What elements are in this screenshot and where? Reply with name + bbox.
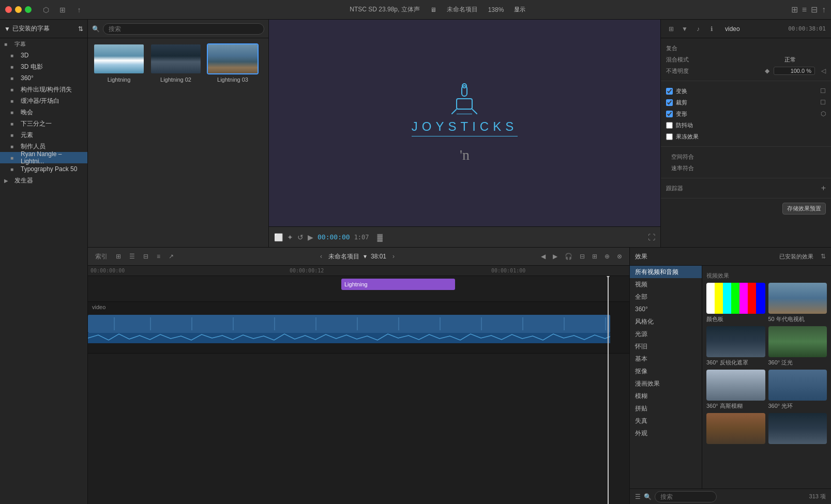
inspector-info-icon[interactable]: ℹ [706,24,717,34]
frame-icon[interactable]: ⬜ [274,233,283,241]
grid-view-icon[interactable]: ⊞ [791,5,798,14]
effects-cat-light[interactable]: 光源 [630,328,702,340]
maximize-button[interactable] [25,6,32,13]
split-icon[interactable]: ⊟ [578,252,587,261]
effect-8[interactable] [768,413,827,446]
thumb-scene-lightning03 [208,44,258,73]
library-icon[interactable]: ⊞ [57,5,68,15]
close-button[interactable] [5,6,12,13]
inspector-audio-icon[interactable]: ♪ [693,24,703,34]
thumbnail-lightning02[interactable]: Lightning 02 [150,43,202,83]
list-view-tl-icon[interactable]: ☰ [127,252,137,261]
index-button[interactable]: 索引 [93,251,110,262]
thumbnail-lightning[interactable]: Lightning [93,43,145,83]
zimu-icon: ■ [4,41,11,47]
opacity-value[interactable]: 100.0 % [774,67,815,75]
sidebar-item-360[interactable]: ■ 360° [0,72,87,84]
list-view-icon[interactable]: ≡ [802,5,807,14]
blend-mode-value[interactable]: 正常 [784,56,826,64]
sync-icon[interactable]: ↺ [297,233,304,241]
inspector-view-icon[interactable]: ⊞ [666,24,676,34]
transform-checkbox[interactable] [666,88,673,95]
effects-header: 效果 已安装的效果 ⇅ [630,247,831,266]
wand-icon[interactable]: ✦ [287,233,293,241]
save-preset-button[interactable]: 存储效果预置 [782,203,826,215]
crop-checkbox[interactable] [666,99,673,106]
search-input[interactable] [103,23,264,35]
effects-cat-360[interactable]: 360° [630,303,702,315]
effects-cat-all[interactable]: 全部 [630,291,702,303]
effects-search-input[interactable] [655,491,717,502]
trim-icon[interactable]: ⊟ [141,252,150,261]
connect-icon[interactable]: ⊗ [615,252,624,261]
effects-cat-all-video-audio[interactable]: 所有视频和音频 [630,266,702,278]
effects-sort-icon[interactable]: ⇅ [821,253,826,260]
sidebar-item-components[interactable]: ■ 构件出现/构件消失 [0,84,87,95]
overwrite-icon[interactable]: ⊕ [602,252,612,261]
effect-360-glow[interactable]: 360° 泛光 [768,326,827,366]
distort-expand[interactable]: ⬡ [821,110,826,117]
upload-icon[interactable]: ↑ [74,5,84,15]
headphone-icon[interactable]: 🎧 [563,252,575,261]
effects-installed-dropdown[interactable]: 已安装的效果 [779,253,813,261]
append-icon[interactable]: ⊞ [590,252,599,261]
display-button[interactable]: 显示 [514,6,525,13]
sidebar-item-generator[interactable]: ▶ 发生器 [0,175,87,186]
sidebar-sort-icon[interactable]: ⇅ [78,25,83,33]
effect-360-halo[interactable]: 360° 光环 [768,370,827,410]
cat-label-vintage: 怀旧 [635,342,647,351]
effect-360-sharpen[interactable]: 360° 反锐化遮罩 [706,326,765,366]
sidebar-item-zimu[interactable]: ■ 字幕 [0,38,87,50]
effect-7[interactable] [706,413,765,446]
settings-tl-icon[interactable]: ≡ [155,252,162,261]
audio-zoom-in[interactable]: ◀ [539,252,548,261]
stabilize-checkbox[interactable] [666,122,673,129]
minimize-button[interactable] [15,6,22,13]
export-icon[interactable]: ↑ [822,5,826,14]
playhead[interactable] [608,276,609,504]
sidebar-item-3d[interactable]: ■ 3D [0,50,87,61]
fullscreen-icon[interactable]: ⛶ [648,233,655,241]
prev-arrow[interactable]: ‹ [318,252,324,261]
next-arrow[interactable]: › [390,252,397,261]
effects-cat-distort[interactable]: 失真 [630,415,702,427]
sidebar-item-lower-third[interactable]: ■ 下三分之一 [0,118,87,129]
clip-view-icon[interactable]: ⊞ [114,252,123,261]
transform-expand[interactable]: ☐ [820,87,826,95]
distort-checkbox[interactable] [666,111,673,117]
play-button[interactable]: ▶ [308,233,313,241]
effects-cat-tile[interactable]: 拼贴 [630,402,702,415]
effects-cat-basic[interactable]: 基本 [630,353,702,365]
sidebar-item-element[interactable]: ■ 元素 [0,129,87,141]
video-clip[interactable] [88,315,610,333]
level-icon[interactable]: ▓ [377,233,383,241]
sidebar-item-ryan-nangle[interactable]: ■ Ryan Nangle – Lightni... [0,152,87,163]
sidebar-item-typography[interactable]: ■ Typography Pack 50 [0,163,87,175]
effects-cat-look[interactable]: 外观 [630,427,702,439]
arrow-icon[interactable]: ↗ [167,252,176,261]
add-tracker-button[interactable]: + [821,184,826,193]
split-view-icon[interactable]: ⊟ [811,5,818,14]
effect-360-gaussian[interactable]: 360° 高斯模糊 [706,370,765,410]
effects-list-icon[interactable]: ☰ [635,493,641,500]
effects-cat-cartoon[interactable]: 漫画效果 [630,377,702,390]
effects-cat-blur[interactable]: 模糊 [630,390,702,402]
effects-cat-stylize[interactable]: 风格化 [630,315,702,328]
thumbnail-lightning03[interactable]: Lightning 03 [207,43,259,83]
lightning-clip[interactable]: Lightning [341,279,455,290]
effects-cat-video[interactable]: 视频 [630,278,702,291]
effect-tv50s[interactable]: 50 年代电视机 [768,283,827,323]
sidebar-item-buffer[interactable]: ■ 缓冲器/开场白 [0,95,87,106]
crop-expand[interactable]: ☐ [820,99,826,106]
freeze-checkbox[interactable] [666,133,673,140]
project-dropdown[interactable]: ▾ [364,253,367,260]
effects-cat-keying[interactable]: 抠像 [630,365,702,377]
meeting-icon: ■ [10,110,18,115]
components-icon: ■ [10,87,18,93]
sidebar-item-meeting[interactable]: ■ 晚会 [0,106,87,118]
inspector-filter-icon[interactable]: ▼ [679,24,690,34]
effect-colorbars[interactable]: 颜色板 [706,283,765,323]
audio-zoom-out[interactable]: ▶ [551,252,560,261]
effects-cat-vintage[interactable]: 怀旧 [630,340,702,353]
sidebar-item-3d-movie[interactable]: ■ 3D 电影 [0,61,87,72]
